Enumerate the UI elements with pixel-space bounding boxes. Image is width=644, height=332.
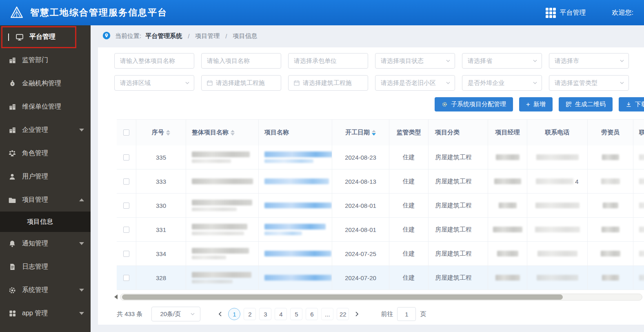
row-checkbox[interactable] [123,178,129,185]
cell-project-name-redacted[interactable] [259,266,332,290]
topbar-right: 平台管理 欢迎您: [546,8,633,18]
sidebar-item-label: app 管理 [22,309,48,318]
cell-project-name-redacted[interactable] [259,218,332,241]
breadcrumb-prefix: 当前位置: [115,32,141,40]
old-community-select[interactable]: 请选择是否老旧小区 [375,75,455,91]
more-pages-button[interactable]: ... [321,308,333,320]
cell-project-name-redacted[interactable] [259,194,332,217]
sidebar-item-platform-management[interactable]: 平台管理 [0,25,91,49]
sidebar-item-project-management[interactable]: 项目管理 [0,188,91,212]
next-page-button[interactable] [351,308,363,320]
sidebar-item-label: 平台管理 [29,33,56,41]
sidebar-item-log-management[interactable]: 日志管理 [0,255,91,279]
sidebar-item-maintenance-unit-management[interactable]: 维保单位管理 [0,95,91,118]
cell-overall-name-redacted [186,218,259,241]
construction-date-end-picker[interactable]: 请选择建筑工程施 [288,75,368,91]
page-button-1[interactable]: 1 [228,308,240,320]
page-button-22[interactable]: 22 [337,308,349,320]
subsystem-project-assign-button[interactable]: 子系统项目分配管理 [435,97,513,111]
page-button-4[interactable]: 4 [275,308,287,320]
project-status-select[interactable]: 请选择项目状态 [375,53,455,69]
cell-project-name-redacted[interactable] [259,242,332,265]
scrollbar-thumb[interactable] [122,294,563,300]
sidebar-item-supervision-department[interactable]: 监管部门 [0,49,91,72]
overall-project-name-input[interactable]: 请输入整体项目名称 [114,53,194,69]
cell-category: 房屋建筑工程 [429,266,488,290]
sidebar-subitem-project-info[interactable]: 项目信息 [0,212,91,232]
cell-clipped-redacted [633,218,644,241]
cell-project-name-redacted[interactable] [259,169,332,193]
supervision-type-select[interactable]: 请选择监管类型 [549,75,629,91]
breadcrumb-root[interactable]: 平台管理系统 [145,32,182,40]
table-row[interactable]: 335 2024-08-23 住建 房屋建筑工程 [117,145,644,169]
row-checkbox[interactable] [123,275,129,281]
platform-nav-button[interactable]: 平台管理 [546,8,586,18]
sort-icons[interactable] [231,130,235,136]
cell-overall-name-redacted [186,169,259,193]
column-header-seq[interactable]: 序号 [136,120,186,145]
project-name-input[interactable]: 请输入项目名称 [201,53,281,69]
goto-page-input[interactable] [397,307,416,321]
sidebar-item-role-management[interactable]: 角色管理 [0,142,91,165]
cell-project-name-redacted[interactable] [259,145,332,169]
table-row[interactable]: 328 2024-07-20 住建 房屋建筑工程 [117,266,644,290]
contractor-select[interactable]: 请选择承包单位 [288,53,368,69]
monitor-icon [16,33,24,41]
page-button-6[interactable]: 6 [306,308,318,320]
scrollbar-track[interactable] [120,294,642,301]
cell-seq: 334 [136,242,186,265]
cell-clipped-redacted [633,145,644,169]
app-root: 智慧工地综合管理服务信息平台 平台管理 欢迎您: 平台管理 监管部门 [0,0,644,332]
cell-seq: 330 [136,194,186,217]
sidebar-item-user-management[interactable]: 用户管理 [0,165,91,188]
row-checkbox[interactable] [123,154,129,160]
sort-icons[interactable] [372,130,376,136]
collapse-bar-icon [8,33,9,41]
construction-date-start-picker[interactable]: 请选择建筑工程施 [201,75,281,91]
sidebar-item-label: 项目管理 [22,196,48,204]
cell-supervision-type: 住建 [389,218,429,241]
column-header-overall-name[interactable]: 整体项目名称 [186,120,259,145]
page-button-5[interactable]: 5 [290,308,302,320]
breadcrumb-section[interactable]: 项目管理 [195,32,220,40]
cell-category: 房屋建筑工程 [429,194,488,217]
city-select[interactable]: 请选择市 [549,53,629,69]
table-row[interactable]: 334 2024-07-25 住建 房屋建筑工程 [117,242,644,266]
download-button[interactable]: 下载 [619,97,644,111]
sidebar-item-notification-management[interactable]: 通知管理 [0,232,91,255]
region-select[interactable]: 请选择区域 [114,75,194,91]
sidebar-item-enterprise-management[interactable]: 企业管理 [0,118,91,142]
page-size-select[interactable]: 20条/页 [151,307,200,321]
add-button[interactable]: + 新增 [519,97,553,111]
location-pin-icon [102,31,111,41]
external-enterprise-select[interactable]: 是否外埠企业 [462,75,542,91]
goto-label: 前往 [381,310,393,318]
table-row[interactable]: 333 2024-08-13 住建 房屋建筑工程 4 [117,169,644,194]
goto-page-group: 前往 页 [381,307,426,321]
page-button-2[interactable]: 2 [244,308,256,320]
column-header-category: 项目分类 [429,120,488,145]
cell-phone-redacted [527,242,588,265]
sidebar-item-financial-institution-management[interactable]: ¥ 金融机构管理 [0,72,91,95]
column-header-start-date[interactable]: 开工日期 [332,120,389,145]
prev-page-button[interactable] [214,308,227,320]
row-checkbox[interactable] [123,251,129,257]
sidebar-item-app-management[interactable]: app 管理 [0,302,91,325]
scroll-left-arrow-icon[interactable] [114,294,118,299]
page-button-3[interactable]: 3 [259,308,271,320]
bell-icon [8,240,16,248]
sidebar-item-system-management[interactable]: 系统管理 [0,279,91,302]
chevron-down-icon [620,58,624,63]
table-header-row: 序号 整体项目名称 项目名称 开工日期 监管类型 项目分类 项目经理 [117,119,644,145]
row-checkbox[interactable] [123,203,129,209]
sort-icons[interactable] [166,130,170,136]
breadcrumb: 当前位置: 平台管理系统 / 项目管理 / 项目信息 [91,25,644,47]
row-checkbox[interactable] [123,227,129,233]
generate-qrcode-button[interactable]: 生成二维码 [559,97,613,111]
table-row[interactable]: 331 2024-08-01 住建 房屋建筑工程 [117,218,644,242]
cell-seq: 333 [136,169,186,193]
cell-start-date: 2024-08-13 [332,169,389,193]
province-select[interactable]: 请选择省 [462,53,542,69]
select-all-checkbox[interactable] [123,129,129,136]
table-row[interactable]: 330 2024-08-01 住建 房屋建筑工程 [117,194,644,218]
